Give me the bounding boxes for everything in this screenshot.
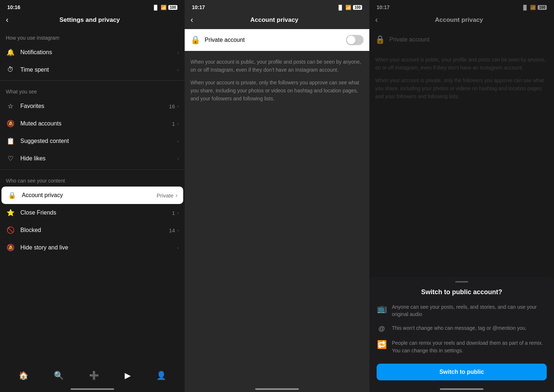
divider-2 [0, 169, 185, 170]
nav-home[interactable]: 🏠 [19, 371, 28, 380]
battery-2: 100 [353, 5, 362, 10]
mention-icon: @ [377, 325, 387, 333]
back-button-1[interactable]: ‹ [6, 15, 8, 25]
chevron-hidestory: › [177, 245, 179, 251]
lock-icon-2: 🔒 [190, 35, 200, 45]
chevron-muted: › [177, 121, 179, 127]
closefriends-label: Close Friends [20, 209, 172, 216]
closefriends-count: 1 [172, 210, 175, 216]
signal-icon-2: ▐▌ [337, 5, 344, 10]
divider-1 [0, 80, 185, 81]
chevron-favorites: › [177, 103, 179, 109]
sheet-title: Switch to public account? [377, 288, 547, 296]
panel-switch-public: 10:17 ▐▌ 📶 100 ‹ Account privacy 🔒 Priva… [369, 0, 554, 392]
blocked-count: 14 [169, 227, 175, 233]
nav-reels[interactable]: ▶ [125, 371, 131, 380]
nav-search[interactable]: 🔍 [54, 371, 64, 380]
sheet-item-3: 🔁 People can remix your reels and downlo… [377, 339, 547, 354]
private-account-toggle[interactable] [346, 35, 364, 45]
chevron-notifications: › [177, 49, 179, 55]
private-account-card: 🔒 Private account [185, 29, 369, 51]
suggested-icon: 📋 [6, 137, 15, 145]
closefriends-icon: ⭐ [6, 209, 15, 217]
toggle-knob [347, 36, 356, 44]
favorites-count: 16 [169, 103, 175, 109]
privacy-desc-1: When your account is public, your profil… [190, 58, 364, 74]
settings-item-blocked[interactable]: 🚫 Blocked 14 › [0, 221, 185, 239]
hidestory-label: Hide story and live [20, 244, 177, 251]
heart-icon: ♡ [6, 155, 15, 163]
settings-item-favorites[interactable]: ☆ Favorites 16 › [0, 97, 185, 115]
status-time-2: 10:17 [192, 4, 205, 10]
chevron-accountprivacy: › [176, 192, 177, 198]
chevron-hidelikes: › [177, 156, 179, 161]
status-bar-2: 10:17 ▐▌ 📶 100 [185, 0, 369, 12]
accountprivacy-value: Private [157, 192, 174, 199]
timespent-label: Time spent [20, 67, 177, 73]
bell-icon: 🔔 [6, 48, 15, 56]
muted-icon: 🔕 [6, 120, 15, 128]
private-account-left: 🔒 Private account [190, 35, 245, 45]
wifi-icon-2: 📶 [345, 5, 351, 10]
signal-icon-1: ▐▌ [152, 5, 159, 10]
home-indicator-3 [440, 388, 483, 390]
settings-item-muted[interactable]: 🔕 Muted accounts 1 › [0, 115, 185, 132]
reels-icon: 📺 [377, 304, 387, 313]
back-button-2[interactable]: ‹ [190, 15, 193, 25]
home-indicator-1 [71, 388, 114, 390]
settings-item-suggested[interactable]: 📋 Suggested content › [0, 132, 185, 150]
private-account-label: Private account [205, 37, 245, 43]
settings-item-hidelikes[interactable]: ♡ Hide likes › [0, 150, 185, 167]
settings-item-closefriends[interactable]: ⭐ Close Friends 1 › [0, 204, 185, 221]
screen-title-1: Settings and privacy [13, 16, 166, 24]
accountprivacy-label: Account privacy [22, 192, 157, 199]
remix-icon: 🔁 [377, 340, 387, 349]
privacy-desc-2: When your account is private, only the f… [190, 79, 364, 103]
muted-label: Muted accounts [20, 120, 172, 127]
lock-icon-1: 🔒 [7, 191, 17, 199]
star-icon: ☆ [6, 102, 15, 110]
panel-settings: 10:16 ▐▌ 📶 100 ‹ Settings and privacy Ho… [0, 0, 185, 392]
sheet-item-text-2: This won't change who can message, tag o… [392, 324, 527, 332]
settings-item-accountprivacy[interactable]: 🔒 Account privacy Private › [1, 187, 183, 204]
battery-1: 100 [168, 5, 177, 10]
home-indicator-2 [255, 388, 299, 390]
section-header-see: What you see [0, 83, 185, 97]
blocked-icon: 🚫 [6, 226, 15, 234]
wifi-icon-1: 📶 [161, 5, 166, 10]
sheet-handle [455, 281, 468, 283]
hidelikes-label: Hide likes [20, 155, 177, 162]
switch-to-public-button[interactable]: Switch to public [377, 364, 547, 380]
section-header-content: Who can see your content [0, 172, 185, 187]
header-1: ‹ Settings and privacy [0, 12, 185, 29]
chevron-timespent: › [177, 67, 179, 73]
section-header-how: How you use Instagram [0, 29, 185, 44]
chevron-closefriends: › [177, 210, 179, 216]
settings-item-notifications[interactable]: 🔔 Notifications › [0, 44, 185, 61]
chevron-blocked: › [177, 227, 179, 233]
sheet-item-text-1: Anyone can see your posts, reels, and st… [392, 303, 547, 318]
bottom-nav-1: 🏠 🔍 ➕ ▶ 👤 [0, 368, 185, 383]
panel-account-privacy: 10:17 ▐▌ 📶 100 ‹ Account privacy 🔒 Priva… [185, 0, 369, 392]
screen-title-2: Account privacy [197, 16, 351, 24]
notifications-label: Notifications [20, 49, 177, 56]
settings-item-timespent[interactable]: ⏱ Time spent › [0, 61, 185, 78]
blocked-label: Blocked [20, 227, 169, 233]
privacy-description: When your account is public, your profil… [185, 51, 369, 110]
settings-list: How you use Instagram 🔔 Notifications › … [0, 29, 185, 256]
settings-item-hidestory[interactable]: 🔕 Hide story and live › [0, 239, 185, 256]
muted-count: 1 [172, 121, 175, 127]
sheet-item-2: @ This won't change who can message, tag… [377, 324, 547, 333]
bottom-sheet: Switch to public account? 📺 Anyone can s… [369, 277, 554, 392]
sheet-item-text-3: People can remix your reels and download… [392, 339, 547, 354]
hidestory-icon: 🔕 [6, 244, 15, 252]
status-time-1: 10:16 [7, 4, 20, 10]
favorites-label: Favorites [20, 103, 169, 109]
nav-profile[interactable]: 👤 [156, 371, 166, 380]
chevron-suggested: › [177, 138, 179, 144]
status-bar-1: 10:16 ▐▌ 📶 100 [0, 0, 185, 12]
nav-create[interactable]: ➕ [89, 371, 99, 380]
clock-icon: ⏱ [6, 66, 15, 73]
sheet-item-1: 📺 Anyone can see your posts, reels, and … [377, 303, 547, 318]
header-2: ‹ Account privacy [185, 12, 369, 29]
